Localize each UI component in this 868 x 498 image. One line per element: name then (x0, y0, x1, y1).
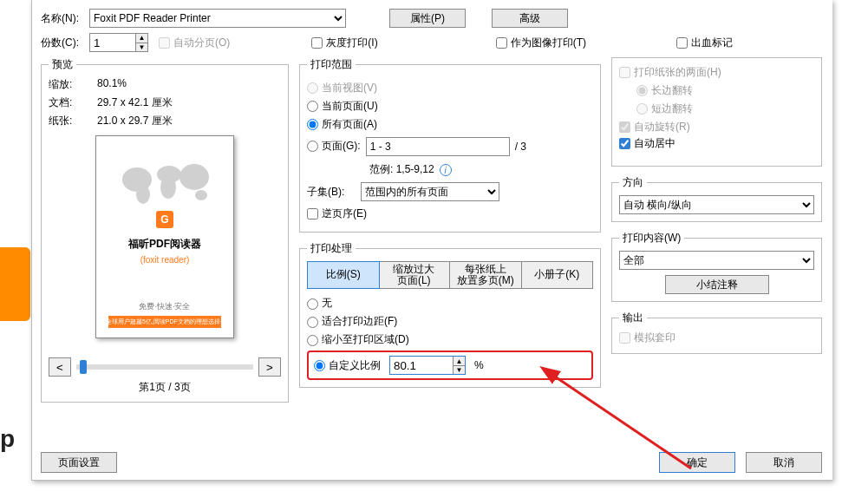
preview-page: G 福昕PDF阅读器 (foxit reader) 免费·快速·安全 全球用户超… (95, 135, 234, 338)
bleed-checkbox[interactable]: 出血标记 (676, 36, 733, 50)
reverse-order-checkbox[interactable]: 逆页序(E) (307, 206, 593, 221)
custom-scale-highlight: 自定义比例 ▲▼ % (307, 351, 593, 380)
subset-select[interactable]: 范围内的所有页面 (361, 182, 499, 201)
range-legend: 打印范围 (307, 57, 356, 72)
tab-booklet[interactable]: 小册子(K) (522, 262, 593, 288)
page-indicator: 第1页 / 3页 (49, 380, 281, 395)
handling-tabs: 比例(S) 缩放过大页面(L) 每张纸上放置多页(M) 小册子(K) (307, 261, 593, 289)
orientation-panel: 方向 自动 横向/纵向 (611, 175, 822, 222)
custom-scale-spinner[interactable]: ▲▼ (389, 356, 466, 375)
output-legend: 输出 (619, 311, 647, 325)
copies-spinner[interactable]: ▲▼ (89, 33, 148, 52)
zoom-label: 缩放: (49, 77, 97, 92)
foxit-logo-icon: G (156, 211, 173, 228)
next-page-button[interactable]: > (258, 357, 281, 377)
copies-label: 份数(C): (41, 36, 84, 50)
range-current-view: 当前视图(V) (307, 81, 593, 95)
range-all-pages[interactable]: 所有页面(A) (307, 117, 593, 132)
content-select[interactable]: 全部 (619, 251, 814, 270)
scale-shrink[interactable]: 缩小至打印区域(D) (307, 332, 593, 347)
slider-thumb[interactable] (80, 360, 87, 374)
doc-label: 文档: (49, 95, 97, 110)
paper-label: 纸张: (49, 114, 97, 128)
custom-scale-spin-buttons[interactable]: ▲▼ (453, 357, 465, 374)
page-slider[interactable] (76, 364, 253, 370)
print-range-panel: 打印范围 当前视图(V) 当前页面(U) 所有页面(A) 页面(G): / 3 … (299, 57, 601, 233)
info-icon[interactable]: i (440, 164, 452, 176)
tab-tile[interactable]: 缩放过大页面(L) (379, 262, 451, 288)
preview-doc-title: 福昕PDF阅读器 (128, 237, 201, 252)
footer: 页面设置 确定 取消 (41, 452, 822, 473)
paper-value: 21.0 x 29.7 厘米 (97, 114, 281, 128)
short-edge-radio: 短边翻转 (636, 102, 814, 116)
simulate-overprint-checkbox: 模拟套印 (619, 331, 675, 345)
range-example: 范例: 1,5-9,12 (369, 162, 434, 177)
page-setup-button[interactable]: 页面设置 (41, 452, 117, 473)
print-handling-panel: 打印处理 比例(S) 缩放过大页面(L) 每张纸上放置多页(M) 小册子(K) … (299, 241, 601, 388)
duplex-checkbox: 打印纸张的两面(H) (619, 65, 814, 80)
handling-legend: 打印处理 (307, 241, 356, 256)
orientation-select[interactable]: 自动 横向/纵向 (619, 195, 814, 214)
zoom-value: 80.1% (97, 77, 281, 92)
custom-scale-input[interactable] (390, 357, 453, 374)
doc-value: 29.7 x 42.1 厘米 (97, 95, 281, 110)
scale-fit[interactable]: 适合打印边距(F) (307, 314, 593, 329)
grayscale-checkbox[interactable]: 灰度打印(I) (311, 36, 377, 50)
scale-none[interactable]: 无 (307, 296, 593, 311)
range-pages[interactable]: 页面(G): (307, 139, 361, 154)
cancel-button[interactable]: 取消 (746, 452, 822, 473)
percent-label: % (474, 359, 484, 371)
range-current-page[interactable]: 当前页面(U) (307, 99, 593, 114)
auto-rotate-checkbox: 自动旋转(R) (619, 120, 814, 134)
print-content-panel: 打印内容(W) 全部 小结注释 (611, 231, 822, 302)
printer-select[interactable]: Foxit PDF Reader Printer (89, 9, 346, 28)
duplex-panel: 打印纸张的两面(H) 长边翻转 短边翻转 自动旋转(R) 自动居中 (611, 57, 822, 167)
printer-name-label: 名称(N): (41, 11, 84, 26)
preview-doc-feat: 免费·快速·安全 (139, 301, 190, 312)
pages-total: / 3 (515, 141, 526, 153)
prev-page-button[interactable]: < (49, 357, 71, 377)
preview-doc-bar: 全球用户超越5亿,阅读PDF文档的理想选择~ (108, 316, 221, 328)
summarize-comments-button[interactable]: 小结注释 (665, 275, 769, 294)
print-dialog: 名称(N): Foxit PDF Reader Printer 属性(P) 高级… (31, 0, 832, 481)
bg-orange-decor (0, 247, 30, 321)
copies-input[interactable] (90, 34, 135, 51)
world-map-graphic (117, 161, 212, 209)
tab-scale[interactable]: 比例(S) (307, 261, 380, 289)
bg-letter: p (0, 425, 15, 453)
copies-spin-buttons[interactable]: ▲▼ (135, 34, 147, 51)
copies-row: 份数(C): ▲▼ 自动分页(O) 灰度打印(I) 作为图像打印(T) 出血标记 (41, 33, 822, 52)
preview-panel: 预览 缩放: 80.1% 文档: 29.7 x 42.1 厘米 纸张: 21.0… (41, 57, 289, 403)
content-legend: 打印内容(W) (619, 231, 684, 246)
long-edge-radio: 长边翻转 (636, 83, 814, 98)
pages-input[interactable] (366, 137, 510, 156)
output-panel: 输出 模拟套印 (611, 311, 822, 354)
ok-button[interactable]: 确定 (659, 452, 735, 473)
properties-button[interactable]: 属性(P) (389, 9, 466, 28)
orientation-legend: 方向 (619, 175, 647, 190)
collate-checkbox: 自动分页(O) (159, 36, 230, 50)
scale-custom[interactable]: 自定义比例 (314, 358, 381, 373)
subset-label: 子集(B): (307, 185, 356, 200)
auto-center-checkbox[interactable]: 自动居中 (619, 136, 814, 151)
tab-multi[interactable]: 每张纸上放置多页(M) (450, 262, 522, 288)
preview-stage: G 福昕PDF阅读器 (foxit reader) 免费·快速·安全 全球用户超… (49, 135, 281, 351)
advanced-button[interactable]: 高级 (492, 9, 568, 28)
print-as-image-checkbox[interactable]: 作为图像打印(T) (496, 36, 586, 50)
printer-row: 名称(N): Foxit PDF Reader Printer 属性(P) 高级 (41, 9, 822, 28)
preview-legend: 预览 (49, 57, 76, 72)
preview-doc-sub: (foxit reader) (140, 255, 190, 265)
